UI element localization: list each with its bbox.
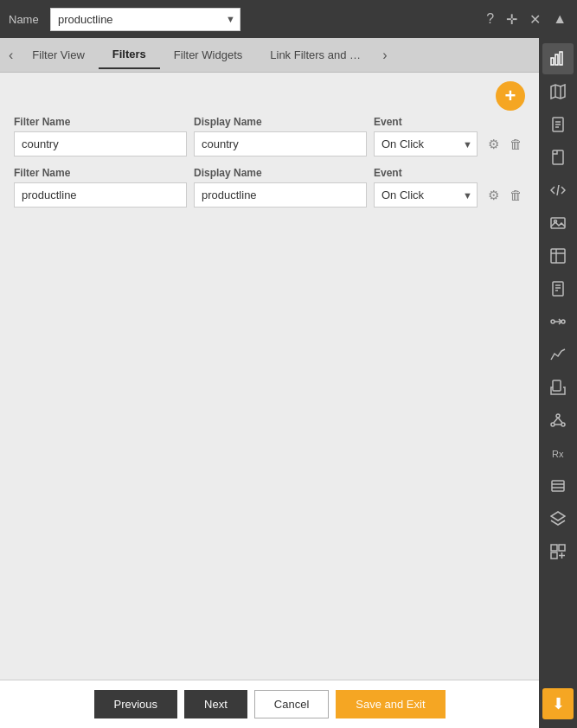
svg-marker-35 xyxy=(551,512,565,520)
svg-rect-37 xyxy=(559,545,565,551)
up-icon[interactable]: ▲ xyxy=(551,10,568,29)
tab-filters[interactable]: Filters xyxy=(99,41,160,69)
header: Name productline country other ▼ ? ✛ ✕ ▲ xyxy=(0,0,577,38)
name-select[interactable]: productline country other xyxy=(50,8,240,31)
filter-actions-2: ⚙ 🗑 xyxy=(484,186,526,205)
filter-row-1-inputs: On Click On Hover ▼ ⚙ 🗑 xyxy=(14,131,525,156)
document-icon[interactable] xyxy=(542,142,574,173)
map-icon[interactable] xyxy=(542,76,574,107)
svg-text:Rx: Rx xyxy=(552,449,564,459)
code-icon[interactable] xyxy=(542,175,574,206)
svg-rect-32 xyxy=(552,481,564,491)
filter-name-input-1[interactable] xyxy=(14,131,187,156)
filter-actions-1: ⚙ 🗑 xyxy=(484,135,526,154)
event-select-1[interactable]: On Click On Hover xyxy=(374,131,478,156)
svg-rect-0 xyxy=(551,58,554,65)
filter-row-2-header: Filter Name Display Name Event xyxy=(14,167,525,179)
svg-rect-36 xyxy=(551,545,557,551)
tab-link-filters[interactable]: Link Filters and Widge... xyxy=(256,42,377,68)
event-label-2: Event xyxy=(374,167,525,179)
filter-settings-btn-1[interactable]: ⚙ xyxy=(484,135,503,154)
filters-container: Filter Name Display Name Event On Click … xyxy=(0,116,539,398)
display-name-input-2[interactable] xyxy=(194,182,367,208)
tab-prev-arrow[interactable]: ‹ xyxy=(3,44,18,67)
export-icon[interactable] xyxy=(542,372,574,403)
save-exit-button[interactable]: Save and Exit xyxy=(336,690,445,718)
svg-rect-17 xyxy=(553,282,563,296)
svg-line-29 xyxy=(558,418,562,423)
name-select-wrapper: productline country other ▼ xyxy=(50,8,240,31)
event-label-1: Event xyxy=(374,116,525,128)
svg-point-21 xyxy=(551,320,555,323)
filter-row-1: Filter Name Display Name Event On Click … xyxy=(14,116,525,156)
main-layout: ‹ Filter View Filters Filter Widgets Lin… xyxy=(0,38,577,728)
svg-rect-38 xyxy=(551,552,557,559)
add-btn-row: + xyxy=(0,73,539,116)
svg-rect-14 xyxy=(551,249,565,263)
header-icons: ? ✛ ✕ ▲ xyxy=(484,10,568,29)
close-icon[interactable]: ✕ xyxy=(528,10,542,29)
help-icon[interactable]: ? xyxy=(484,10,496,29)
filter-settings-btn-2[interactable]: ⚙ xyxy=(484,186,503,205)
filter-name-input-2[interactable] xyxy=(14,182,187,208)
filter-name-label-1: Filter Name xyxy=(14,116,187,128)
filter-row-2-inputs: On Click On Hover ▼ ⚙ 🗑 xyxy=(14,182,525,208)
tab-next-arrow[interactable]: › xyxy=(377,44,392,67)
grid-plus-icon[interactable] xyxy=(542,536,574,567)
display-name-label-1: Display Name xyxy=(194,116,367,128)
svg-marker-3 xyxy=(551,85,565,99)
filter-row-1-header: Filter Name Display Name Event xyxy=(14,116,525,128)
data-storage-icon[interactable] xyxy=(542,470,574,501)
table-icon[interactable] xyxy=(542,240,574,271)
file-doc-icon[interactable] xyxy=(542,109,574,140)
formula-icon[interactable]: Rx xyxy=(542,437,574,469)
display-name-label-2: Display Name xyxy=(194,167,367,179)
image-icon[interactable] xyxy=(542,208,574,239)
svg-line-28 xyxy=(554,418,558,423)
footer: Previous Next Cancel Save and Exit xyxy=(0,680,539,728)
connect-icon[interactable] xyxy=(542,306,574,337)
svg-rect-24 xyxy=(553,380,561,391)
download-icon[interactable]: ⬇ xyxy=(542,688,574,719)
content-area: ‹ Filter View Filters Filter Widgets Lin… xyxy=(0,38,539,728)
svg-point-25 xyxy=(556,414,560,418)
svg-rect-1 xyxy=(555,54,558,65)
analytics-icon[interactable] xyxy=(542,339,574,370)
tab-bar: ‹ Filter View Filters Filter Widgets Lin… xyxy=(0,38,539,73)
event-select-2[interactable]: On Click On Hover xyxy=(374,182,478,208)
filter-row-2: Filter Name Display Name Event On Click … xyxy=(14,167,525,208)
svg-rect-2 xyxy=(560,52,562,65)
right-sidebar: Rx ⬇ xyxy=(539,38,577,728)
next-button[interactable]: Next xyxy=(184,690,247,718)
tab-filter-view[interactable]: Filter View xyxy=(18,42,98,68)
move-icon[interactable]: ✛ xyxy=(504,10,519,29)
add-filter-button[interactable]: + xyxy=(496,81,525,111)
event-select-wrapper-2: On Click On Hover ▼ xyxy=(374,182,478,208)
svg-rect-12 xyxy=(551,218,565,228)
report-icon[interactable] xyxy=(542,273,574,304)
previous-button[interactable]: Previous xyxy=(94,690,178,718)
svg-rect-10 xyxy=(553,150,563,164)
name-label: Name xyxy=(9,13,43,26)
filter-name-label-2: Filter Name xyxy=(14,167,187,179)
bar-chart-icon[interactable] xyxy=(542,43,574,74)
svg-point-27 xyxy=(561,423,565,426)
svg-point-26 xyxy=(551,423,555,426)
nodes-icon[interactable] xyxy=(542,405,574,436)
tab-filter-widgets[interactable]: Filter Widgets xyxy=(160,42,256,68)
cancel-button[interactable]: Cancel xyxy=(254,690,329,718)
filter-delete-btn-1[interactable]: 🗑 xyxy=(506,135,526,153)
filter-delete-btn-2[interactable]: 🗑 xyxy=(506,186,526,204)
svg-line-11 xyxy=(557,185,559,195)
event-select-wrapper-1: On Click On Hover ▼ xyxy=(374,131,478,156)
layers-icon[interactable] xyxy=(542,503,574,534)
display-name-input-1[interactable] xyxy=(194,131,367,156)
